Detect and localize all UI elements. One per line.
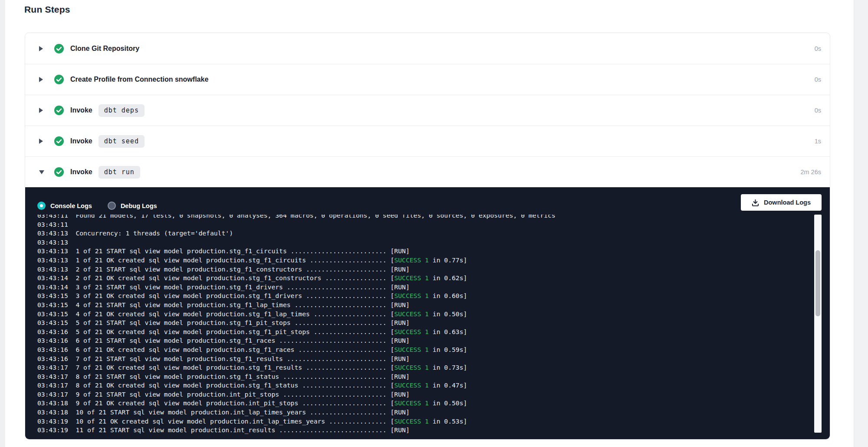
chevron-down-icon[interactable] xyxy=(39,170,45,174)
step-duration: 2m 26s xyxy=(800,169,821,175)
console-scrollbar-thumb[interactable] xyxy=(815,250,820,316)
log-line: 03:43:13 1 of 21 START sql view model pr… xyxy=(37,247,830,256)
log-line: 03:43:11 xyxy=(37,220,830,229)
log-line: 03:43:17 8 of 21 START sql view model pr… xyxy=(37,372,830,381)
log-line: 03:43:15 3 of 21 OK created sql view mod… xyxy=(37,291,830,301)
step-duration: 0s xyxy=(815,45,821,52)
chevron-right-icon[interactable] xyxy=(39,77,45,82)
download-icon xyxy=(752,199,759,206)
run-step-row-dbt-run[interactable]: Invoke dbt run 2m 26s xyxy=(25,156,830,187)
log-line: 03:43:17 9 of 21 START sql view model pr… xyxy=(37,390,830,399)
run-step-row-create-profile[interactable]: Create Profile from Connection snowflake… xyxy=(25,64,830,95)
step-label: Invoke xyxy=(70,168,92,176)
console-logs-label: Console Logs xyxy=(50,202,92,209)
console-log-output[interactable]: 03:43:11 Found 21 models, 17 tests, 0 sn… xyxy=(25,215,830,439)
step-command-badge: dbt deps xyxy=(99,104,145,117)
step-duration: 0s xyxy=(815,76,821,83)
debug-logs-radio[interactable]: Debug Logs xyxy=(108,202,157,210)
step-command-badge: dbt run xyxy=(99,166,140,179)
chevron-right-icon[interactable] xyxy=(39,108,45,113)
log-line: 03:43:13 1 of 21 OK created sql view mod… xyxy=(37,256,830,265)
step-label: Create Profile from Connection snowflake xyxy=(70,76,208,83)
log-line: 03:43:13 Concurrency: 1 threads (target=… xyxy=(37,229,830,238)
log-line: 03:43:16 6 of 21 OK created sql view mod… xyxy=(37,345,830,354)
log-line: 03:43:17 8 of 21 OK created sql view mod… xyxy=(37,381,830,390)
step-command-badge: dbt seed xyxy=(99,135,145,148)
log-line: 03:43:16 7 of 21 START sql view model pr… xyxy=(37,354,830,364)
log-line: 03:43:15 4 of 21 OK created sql view mod… xyxy=(37,310,830,319)
run-step-row-clone-git-repository[interactable]: Clone Git Repository 0s xyxy=(25,33,830,64)
log-line: 03:43:19 10 of 21 OK created sql view mo… xyxy=(37,417,830,426)
page-title: Run Steps xyxy=(24,4,70,15)
check-circle-icon xyxy=(54,75,64,84)
step-label: Invoke xyxy=(70,106,92,114)
check-circle-icon xyxy=(54,167,64,177)
check-circle-icon xyxy=(54,106,64,115)
page-left-gutter xyxy=(0,0,5,447)
log-line: 03:43:19 11 of 21 START sql view model p… xyxy=(37,426,830,435)
log-line: 03:43:13 xyxy=(37,238,830,247)
log-line: 03:43:14 3 of 21 START sql view model pr… xyxy=(37,283,830,292)
log-line: 03:43:15 4 of 21 START sql view model pr… xyxy=(37,301,830,310)
log-line: 03:43:14 2 of 21 OK created sql view mod… xyxy=(37,274,830,283)
log-line: 03:43:13 2 of 21 START sql view model pr… xyxy=(37,265,830,274)
console-logs-radio[interactable]: Console Logs xyxy=(37,202,92,210)
chevron-right-icon[interactable] xyxy=(39,139,45,144)
debug-logs-label: Debug Logs xyxy=(121,202,157,209)
step-duration: 0s xyxy=(815,107,821,114)
run-step-row-dbt-seed[interactable]: Invoke dbt seed 1s xyxy=(25,126,830,156)
radio-selected-icon[interactable] xyxy=(37,202,46,210)
step-duration: 1s xyxy=(815,138,821,145)
run-step-row-dbt-deps[interactable]: Invoke dbt deps 0s xyxy=(25,95,830,126)
page-right-gutter xyxy=(854,0,868,447)
step-label: Clone Git Repository xyxy=(70,45,139,53)
log-line: 03:43:16 6 of 21 START sql view model pr… xyxy=(37,336,830,345)
console-log-output-content: 03:43:11 Found 21 models, 17 tests, 0 sn… xyxy=(25,215,830,435)
download-logs-label: Download Logs xyxy=(764,199,811,206)
chevron-right-icon[interactable] xyxy=(39,46,45,51)
step-label: Invoke xyxy=(70,137,92,145)
console-panel: Console Logs Debug Logs Download Logs 03… xyxy=(25,187,830,439)
log-type-radio-group: Console Logs Debug Logs xyxy=(37,202,157,210)
check-circle-icon xyxy=(54,44,64,53)
log-line: 03:43:11 Found 21 models, 17 tests, 0 sn… xyxy=(37,215,830,220)
log-line: 03:43:17 7 of 21 OK created sql view mod… xyxy=(37,363,830,372)
download-logs-button[interactable]: Download Logs xyxy=(741,194,822,211)
radio-unselected-icon[interactable] xyxy=(108,202,116,210)
run-steps-card: Clone Git Repository 0s Create Profile f… xyxy=(25,33,830,440)
log-line: 03:43:15 5 of 21 START sql view model pr… xyxy=(37,318,830,328)
log-line: 03:43:18 9 of 21 OK created sql view mod… xyxy=(37,399,830,408)
console-scrollbar[interactable] xyxy=(814,215,822,433)
log-line: 03:43:16 5 of 21 OK created sql view mod… xyxy=(37,328,830,337)
check-circle-icon xyxy=(54,136,64,146)
log-line: 03:43:18 10 of 21 START sql view model p… xyxy=(37,408,830,417)
